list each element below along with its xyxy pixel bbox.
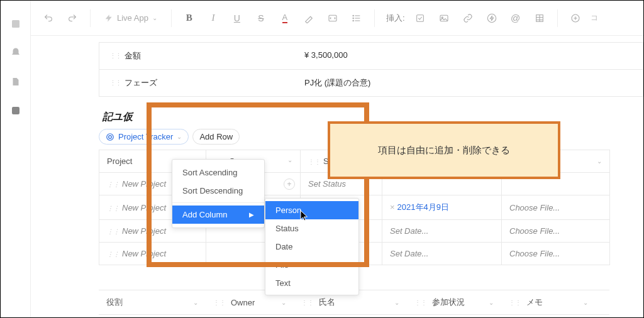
redo-button[interactable] [64, 9, 81, 27]
chevron-down-icon: ⌄ [489, 299, 494, 306]
drag-handle-icon[interactable]: ⋮⋮ [109, 79, 121, 87]
svg-rect-9 [416, 14, 423, 21]
sidebar-icon-1[interactable] [10, 18, 21, 30]
annotation-callout: 項目は自由に追加・削除できる [328, 121, 560, 179]
insert-link-button[interactable] [459, 9, 477, 27]
svg-point-7 [353, 18, 353, 18]
chevron-down-icon: ⌄ [287, 156, 292, 163]
plus-icon[interactable]: + [284, 178, 295, 190]
add-row-button[interactable]: Add Row [192, 129, 240, 145]
column-header[interactable]: ⋮⋮参加状況⌄ [407, 297, 501, 308]
column-header[interactable]: 役割⌄ [99, 297, 206, 308]
svg-point-20 [107, 133, 114, 140]
chevron-down-icon: ⌄ [177, 133, 182, 140]
submenu-item-status[interactable]: Status [265, 219, 358, 238]
project-tracker-label: Project Tracker [118, 132, 173, 141]
file-cell[interactable]: Choose File... [502, 195, 610, 220]
code-button[interactable] [324, 9, 341, 27]
date-cell[interactable]: Set Date... [382, 243, 502, 265]
clear-date-icon[interactable]: × [390, 202, 395, 212]
toolbar-trailing: コ [591, 13, 598, 23]
bold-button[interactable]: B [180, 9, 198, 27]
insert-label: 挿入: [386, 13, 405, 24]
bell-icon[interactable] [10, 47, 21, 58]
sidebar-icon-4[interactable] [10, 105, 21, 116]
file-cell[interactable]: Choose File... [502, 220, 610, 243]
kv-value[interactable]: PJ化 (課題の合意) [294, 70, 643, 96]
chevron-down-icon: ⌄ [152, 14, 157, 21]
sort-descending-item[interactable]: Sort Descending [172, 182, 264, 200]
italic-button[interactable]: I [204, 9, 222, 27]
undo-button[interactable] [40, 9, 57, 27]
project-cell[interactable]: ⋮⋮New Project [99, 243, 206, 265]
insert-bolt-button[interactable] [483, 9, 501, 27]
drag-handle-icon: ⋮⋮ [308, 158, 321, 165]
insert-plus-button[interactable] [567, 9, 584, 27]
list-button[interactable] [348, 9, 365, 27]
date-cell[interactable]: Set Date... [382, 220, 502, 243]
date-cell[interactable]: ×2021年4月9日 [382, 195, 502, 220]
insert-mention-button[interactable]: @ [507, 9, 525, 27]
chevron-down-icon: ⌄ [583, 299, 588, 306]
submenu-item-text[interactable]: Text [265, 274, 358, 292]
kv-value[interactable]: ¥ 3,500,000 [294, 43, 643, 69]
svg-point-21 [109, 135, 112, 138]
toolbar: Live App ⌄ B I U S A 挿入: @ コ [31, 1, 643, 36]
project-tracker-chip[interactable]: Project Tracker ⌄ [99, 129, 189, 145]
column-menu: Sort Ascending Sort Descending Add Colum… [172, 159, 265, 228]
target-icon [106, 133, 114, 141]
add-column-submenu: Person Status Date File Text [265, 198, 359, 295]
add-column-item[interactable]: Add Column▶ [172, 206, 264, 224]
chevron-down-icon: ⌄ [281, 299, 286, 306]
svg-point-6 [353, 15, 353, 16]
sidebar-icon-3[interactable] [10, 76, 21, 87]
insert-image-button[interactable] [435, 9, 453, 27]
svg-rect-1 [12, 107, 19, 114]
chevron-down-icon: ⌄ [394, 299, 399, 306]
highlight-button[interactable] [300, 9, 318, 27]
bolt-icon [104, 14, 113, 23]
submenu-item-file[interactable]: File [265, 256, 358, 274]
kv-table: ⋮⋮金額 ¥ 3,500,000 ⋮⋮フェーズ PJ化 (課題の合意) [99, 42, 643, 97]
submenu-item-person[interactable]: Person [265, 201, 358, 219]
sort-ascending-item[interactable]: Sort Ascending [172, 163, 264, 182]
insert-table-button[interactable] [531, 9, 548, 27]
kv-key: 金額 [125, 50, 141, 62]
strikethrough-button[interactable]: S [252, 9, 270, 27]
svg-rect-0 [12, 20, 19, 28]
text-color-button[interactable]: A [276, 9, 294, 27]
kv-key: フェーズ [125, 77, 157, 89]
column-header[interactable]: ⋮⋮Owner⌄ [206, 297, 294, 308]
cursor-icon [300, 210, 309, 221]
svg-point-8 [353, 20, 353, 21]
live-app-dropdown[interactable]: Live App ⌄ [99, 13, 162, 23]
chevron-down-icon: ⌄ [597, 158, 602, 165]
add-row-label: Add Row [199, 132, 233, 141]
insert-checkbox-button[interactable] [411, 9, 429, 27]
submenu-item-date[interactable]: Date [265, 238, 358, 256]
column-header[interactable]: ⋮⋮氏名⌄ [294, 297, 407, 308]
drag-handle-icon[interactable]: ⋮⋮ [109, 52, 121, 60]
chevron-down-icon: ⌄ [193, 299, 198, 306]
triangle-right-icon: ▶ [249, 211, 254, 218]
callout-text: 項目は自由に追加・削除できる [378, 145, 510, 156]
file-cell[interactable]: Choose File... [502, 243, 610, 265]
underline-button[interactable]: U [228, 9, 246, 27]
live-app-label: Live App [117, 13, 148, 23]
column-header[interactable]: ⋮⋮メモ⌄ [501, 297, 596, 308]
